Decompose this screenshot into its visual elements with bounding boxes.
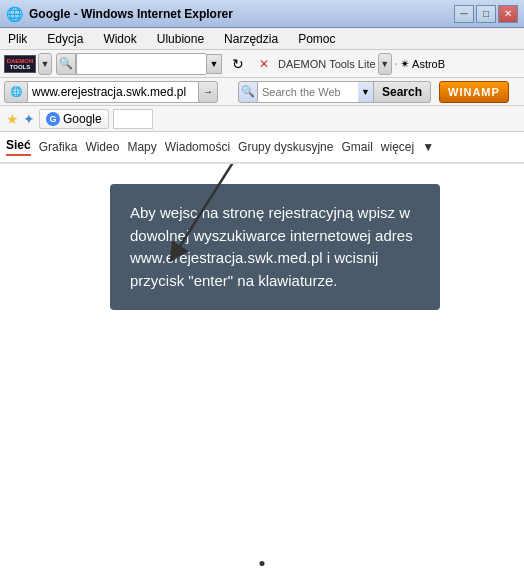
google-favicon: G — [46, 112, 60, 126]
title-bar-text: Google - Windows Internet Explorer — [29, 7, 448, 21]
menu-edit[interactable]: Edycja — [43, 30, 87, 48]
astro-icon: ✴ — [400, 57, 410, 71]
separator-dot: · — [394, 55, 398, 73]
menu-help[interactable]: Pomoc — [294, 30, 339, 48]
title-bar-buttons: ─ □ ✕ — [454, 5, 518, 23]
google-nav-links: Sieć Grafika Wideo Mapy Wiadomości Grupy… — [6, 138, 434, 156]
address-bar-icon: 🌐 — [4, 81, 28, 103]
menu-favorites[interactable]: Ulubione — [153, 30, 208, 48]
toolbar2: 🌐 → 🔍 ▼ Search WINAMP · · · Plu... SHOUT… — [0, 78, 524, 106]
maximize-button[interactable]: □ — [476, 5, 496, 23]
address-group: 🌐 → — [4, 81, 218, 103]
menu-tools[interactable]: Narzędzia — [220, 30, 282, 48]
favorites-star-icon[interactable]: ★ — [6, 111, 19, 127]
browser-icon: 🌐 — [6, 6, 23, 22]
address-bar-area: DAEMON TOOLS ▼ 🔍 ▼ ↻ ✕ DAEMON Tools Lite… — [0, 50, 524, 78]
menu-bar: Plik Edycja Widok Ulubione Narzędzia Pom… — [0, 28, 524, 50]
favorites-google-link[interactable]: G Google — [39, 109, 109, 129]
google-nav-wideo[interactable]: Wideo — [85, 140, 119, 154]
refresh-icon[interactable]: ↻ — [226, 53, 250, 75]
instruction-tooltip: Aby wejsc na stronę rejestracyjną wpisz … — [110, 184, 440, 310]
daemon-search-dropdown[interactable]: ▼ — [206, 54, 222, 74]
menu-file[interactable]: Plik — [4, 30, 31, 48]
daemon-tools-lite-dropdown[interactable]: ▼ — [378, 53, 392, 75]
daemon-search-group: 🔍 ▼ — [56, 53, 222, 75]
daemon-tools-lite-label: DAEMON Tools Lite — [278, 58, 376, 70]
daemon-search-icon: 🔍 — [56, 53, 76, 75]
google-toolbar: Sieć Grafika Wideo Mapy Wiadomości Grupy… — [0, 132, 524, 164]
search-input[interactable] — [258, 81, 358, 103]
instruction-text: Aby wejsc na stronę rejestracyjną wpisz … — [130, 204, 413, 289]
go-button[interactable]: → — [198, 81, 218, 103]
favorites-bar: ★ ✦ G Google — [0, 106, 524, 132]
navigation-group: ↻ ✕ DAEMON Tools Lite ▼ · ✴ AstroB — [226, 53, 520, 75]
minimize-button[interactable]: ─ — [454, 5, 474, 23]
google-nav-mapy[interactable]: Mapy — [127, 140, 156, 154]
google-nav-siec[interactable]: Sieć — [6, 138, 31, 156]
google-nav-wiecej[interactable]: więcej — [381, 140, 414, 154]
search-dropdown[interactable]: ▼ — [358, 81, 374, 103]
daemon-search-input[interactable] — [76, 53, 206, 75]
daemon-tools-dropdown[interactable]: ▼ — [38, 53, 52, 75]
web-search-icon: 🔍 — [238, 81, 258, 103]
google-nav-gmail[interactable]: Gmail — [341, 140, 372, 154]
stop-icon[interactable]: ✕ — [252, 53, 276, 75]
google-nav-more-icon[interactable]: ▼ — [422, 140, 434, 154]
menu-view[interactable]: Widok — [99, 30, 140, 48]
daemon-tools-logo: DAEMON TOOLS — [4, 55, 36, 73]
google-link-label: Google — [63, 112, 102, 126]
astro-label: AstroB — [412, 58, 445, 70]
web-search-group: 🔍 ▼ Search — [238, 81, 431, 103]
google-nav-grupy[interactable]: Grupy dyskusyjne — [238, 140, 333, 154]
favorites-empty-box — [113, 109, 153, 129]
address-input[interactable] — [28, 81, 198, 103]
close-button[interactable]: ✕ — [498, 5, 518, 23]
title-bar: 🌐 Google - Windows Internet Explorer ─ □… — [0, 0, 524, 28]
bullet-dot — [260, 561, 265, 566]
search-button[interactable]: Search — [374, 81, 431, 103]
main-content: Aby wejsc na stronę rejestracyjną wpisz … — [0, 164, 524, 586]
google-nav-grafika[interactable]: Grafika — [39, 140, 78, 154]
winamp-button[interactable]: WINAMP — [439, 81, 509, 103]
favorites-add-icon[interactable]: ✦ — [23, 111, 35, 127]
google-nav-wiadomosci[interactable]: Wiadomości — [165, 140, 230, 154]
daemon-tools-lite-label-area: DAEMON Tools Lite ▼ — [278, 53, 392, 75]
daemon-tools-bar: DAEMON TOOLS ▼ — [4, 53, 52, 75]
astro-group: ✴ AstroB — [400, 57, 445, 71]
